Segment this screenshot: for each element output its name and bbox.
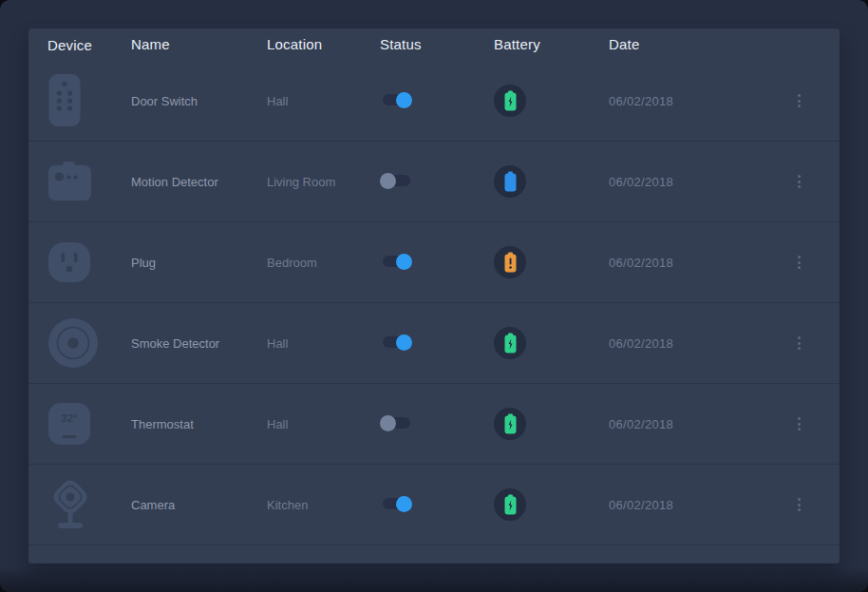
toggle-knob [380,415,396,431]
bottom-shadow [0,567,868,592]
table-header: Device Name Location Status Battery Date [28,29,840,61]
device-location: Hall [267,336,288,351]
thermostat-temp-label: 32° [61,412,78,424]
kebab-menu-icon[interactable] [792,169,806,194]
kebab-menu-icon[interactable] [792,250,806,275]
battery-icon [494,488,526,521]
device-date: 06/02/2018 [609,256,673,270]
device-date: 06/02/2018 [609,336,673,351]
battery-icon [494,327,526,359]
device-date: 06/02/2018 [609,417,673,431]
battery-icon [494,246,526,278]
toggle-knob [396,496,412,512]
device-location: Hall [267,417,288,431]
smoke-detector-icon [47,317,99,369]
table-row: 32° Thermostat Hall 06/02/201 [28,384,840,465]
table-row: Door Switch Hall 06/02/2018 [28,61,840,142]
device-name: Camera [131,498,175,512]
device-date: 06/02/2018 [609,175,673,189]
column-header-device: Device [47,37,92,53]
kebab-menu-icon[interactable] [792,331,806,355]
status-toggle[interactable] [383,417,410,429]
toggle-knob [396,254,412,270]
camera-icon [47,477,95,532]
column-header-battery: Battery [494,36,540,52]
remote-icon [47,73,82,128]
kebab-menu-icon[interactable] [792,411,806,436]
app-window: Device Name Location Status Battery Date [0,0,868,592]
device-name: Door Switch [131,94,198,108]
thermostat-icon: 32° [47,402,91,446]
toggle-knob [396,334,412,351]
column-header-name: Name [131,36,170,52]
kebab-menu-icon[interactable] [792,88,806,113]
motion-detector-icon [47,161,93,202]
table-row: Smoke Detector Hall 06/02/2018 [28,303,840,384]
device-date: 06/02/2018 [609,94,673,108]
device-name: Motion Detector [131,175,218,189]
plug-icon [47,241,91,283]
device-name: Plug [131,256,156,270]
table-row: Camera Kitchen 06/02/2018 [28,465,840,545]
device-location: Living Room [267,175,335,189]
device-location: Hall [267,94,288,108]
devices-table: Device Name Location Status Battery Date [28,29,840,563]
device-name: Smoke Detector [131,336,219,351]
toggle-knob [396,92,412,108]
column-header-date: Date [609,36,640,52]
device-location: Bedroom [267,256,317,270]
table-row: Motion Detector Living Room 06/02/2018 [28,142,840,222]
status-toggle[interactable] [383,175,410,186]
battery-icon [494,85,526,117]
status-toggle[interactable] [383,256,410,267]
battery-icon [494,165,526,198]
device-name: Thermostat [131,417,194,431]
device-date: 06/02/2018 [609,498,673,512]
column-header-location: Location [267,36,322,52]
table-row: Plug Bedroom 06/02/2018 [28,222,840,303]
battery-icon [494,408,526,440]
status-toggle[interactable] [383,498,410,509]
kebab-menu-icon[interactable] [792,492,806,517]
status-toggle[interactable] [383,94,410,105]
device-location: Kitchen [267,498,308,512]
toggle-knob [380,173,396,189]
column-header-status: Status [380,36,422,52]
status-toggle[interactable] [383,336,410,348]
